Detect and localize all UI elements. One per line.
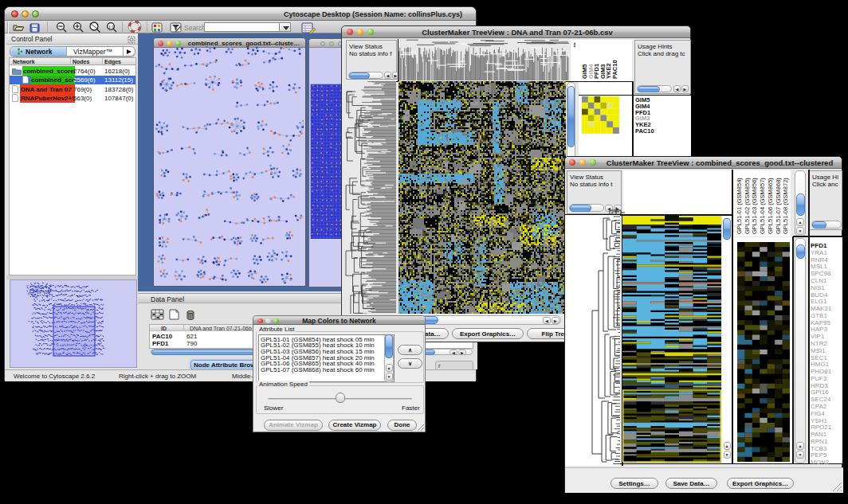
- svg-text:1:1: 1:1: [108, 25, 114, 29]
